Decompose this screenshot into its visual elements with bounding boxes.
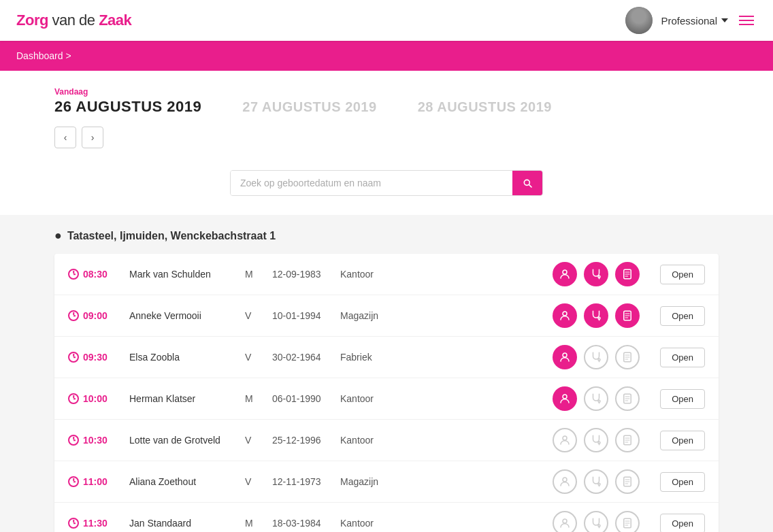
- appointment-gender: V: [245, 476, 272, 487]
- time-value: 11:00: [83, 476, 108, 487]
- hamburger-line-1: [739, 16, 754, 17]
- appointment-icons: [401, 511, 651, 532]
- person-icon-button[interactable]: [553, 262, 577, 286]
- person-icon-button[interactable]: [553, 386, 577, 411]
- table-row: 11:30 Jan Standaard M 18-03-1984 Kantoor…: [54, 503, 719, 532]
- person-icon-button[interactable]: [553, 469, 577, 494]
- open-button[interactable]: Open: [660, 348, 705, 367]
- stethoscope-icon-button[interactable]: [584, 428, 608, 452]
- appointment-dob: 06-01-1990: [272, 393, 340, 404]
- next-arrow-button[interactable]: ›: [82, 127, 103, 148]
- stethoscope-icon-button[interactable]: [584, 345, 608, 369]
- appointment-dept: Fabriek: [340, 352, 401, 363]
- document-icon-button[interactable]: [615, 469, 640, 494]
- open-button[interactable]: Open: [660, 472, 705, 492]
- open-button[interactable]: Open: [660, 431, 705, 450]
- appointment-gender: V: [245, 435, 272, 446]
- appointment-time: 09:30: [68, 352, 129, 363]
- document-icon-button[interactable]: [615, 303, 640, 328]
- date-section: Vandaag 26 AUGUSTUS 2019 27 AUGUSTUS 201…: [0, 71, 773, 159]
- location-name: Tatasteel, Ijmuiden, Wenckebachstraat 1: [67, 230, 276, 242]
- person-icon-button[interactable]: [553, 511, 577, 532]
- user-label: Professional: [661, 15, 717, 27]
- appointment-name: Elsa Zoobla: [129, 352, 245, 363]
- open-button[interactable]: Open: [660, 265, 705, 284]
- time-value: 09:00: [83, 310, 108, 321]
- search-icon: [522, 178, 533, 188]
- appointment-icons: [401, 345, 651, 369]
- stethoscope-icon-button[interactable]: [584, 511, 608, 532]
- breadcrumb-bar: Dashboard: [0, 41, 773, 71]
- document-icon-button[interactable]: [615, 262, 640, 286]
- avatar-image: [625, 7, 653, 34]
- appointment-dept: Kantoor: [340, 393, 401, 404]
- appointment-dept: Kantoor: [340, 518, 401, 529]
- person-icon-button[interactable]: [553, 428, 577, 452]
- appointment-open: Open: [651, 431, 705, 450]
- appointment-dept: Magazijn: [340, 476, 401, 487]
- appointment-time: 10:00: [68, 393, 129, 404]
- clock-icon: [68, 269, 79, 280]
- search-button[interactable]: [512, 171, 542, 195]
- clock-icon: [68, 352, 79, 363]
- clock-icon: [68, 393, 79, 404]
- appointment-time: 11:30: [68, 518, 129, 529]
- date-next2[interactable]: 28 AUGUSTUS 2019: [418, 87, 552, 115]
- hamburger-menu-button[interactable]: [736, 13, 757, 28]
- document-icon-button[interactable]: [615, 386, 640, 411]
- appointment-time: 08:30: [68, 269, 129, 280]
- appointment-icons: [401, 303, 651, 328]
- appointment-gender: V: [245, 310, 272, 321]
- breadcrumb-dashboard[interactable]: Dashboard: [16, 50, 71, 61]
- appointment-open: Open: [651, 472, 705, 492]
- time-value: 10:00: [83, 393, 108, 404]
- appointment-dob: 12-11-1973: [272, 476, 340, 487]
- table-row: 09:30 Elsa Zoobla V 30-02-1964 Fabriek O…: [54, 337, 719, 378]
- header-right: Professional: [625, 7, 757, 34]
- appointment-open: Open: [651, 514, 705, 533]
- table-row: 10:00 Herman Klatser M 06-01-1990 Kantoo…: [54, 378, 719, 420]
- appointment-icons: [401, 262, 651, 286]
- svg-point-6: [563, 353, 567, 357]
- svg-point-18: [563, 519, 567, 523]
- table-row: 10:30 Lotte van de Grotveld V 25-12-1996…: [54, 420, 719, 461]
- table-row: 09:00 Anneke Vermooii V 10-01-1994 Magaz…: [54, 295, 719, 337]
- appointment-dob: 12-09-1983: [272, 269, 340, 280]
- document-icon-button[interactable]: [615, 428, 640, 452]
- stethoscope-icon-button[interactable]: [584, 469, 608, 494]
- appointment-icons: [401, 469, 651, 494]
- time-value: 11:30: [83, 518, 108, 529]
- prev-arrow-button[interactable]: ‹: [54, 127, 76, 148]
- appointment-gender: M: [245, 393, 272, 404]
- appointment-dob: 25-12-1996: [272, 435, 340, 446]
- search-input[interactable]: [231, 171, 512, 195]
- open-button[interactable]: Open: [660, 306, 705, 326]
- document-icon-button[interactable]: [615, 345, 640, 369]
- svg-point-15: [563, 478, 567, 482]
- appointment-name: Aliana Zoethout: [129, 476, 245, 487]
- user-menu-button[interactable]: Professional: [661, 15, 728, 27]
- open-button[interactable]: Open: [660, 389, 705, 409]
- person-icon-button[interactable]: [553, 345, 577, 369]
- table-row: 11:00 Aliana Zoethout V 12-11-1973 Magaz…: [54, 461, 719, 503]
- person-icon-button[interactable]: [553, 303, 577, 328]
- location-row: ● Tatasteel, Ijmuiden, Wenckebachstraat …: [54, 229, 719, 243]
- svg-point-9: [563, 395, 567, 399]
- appointment-dept: Kantoor: [340, 269, 401, 280]
- appointment-dob: 18-03-1984: [272, 518, 340, 529]
- stethoscope-icon-button[interactable]: [584, 386, 608, 411]
- document-icon-button[interactable]: [615, 511, 640, 532]
- date-row: Vandaag 26 AUGUSTUS 2019 27 AUGUSTUS 201…: [54, 87, 719, 116]
- search-box: [230, 170, 543, 196]
- stethoscope-icon-button[interactable]: [584, 262, 608, 286]
- open-button[interactable]: Open: [660, 514, 705, 533]
- date-today: Vandaag 26 AUGUSTUS 2019: [54, 87, 201, 116]
- appointment-gender: V: [245, 352, 272, 363]
- hamburger-line-2: [739, 20, 754, 21]
- date-next1[interactable]: 27 AUGUSTUS 2019: [242, 87, 376, 115]
- appointment-icons: [401, 428, 651, 452]
- appointment-time: 09:00: [68, 310, 129, 321]
- appointment-time: 10:30: [68, 435, 129, 446]
- stethoscope-icon-button[interactable]: [584, 303, 608, 328]
- nav-arrows: ‹ ›: [54, 116, 719, 159]
